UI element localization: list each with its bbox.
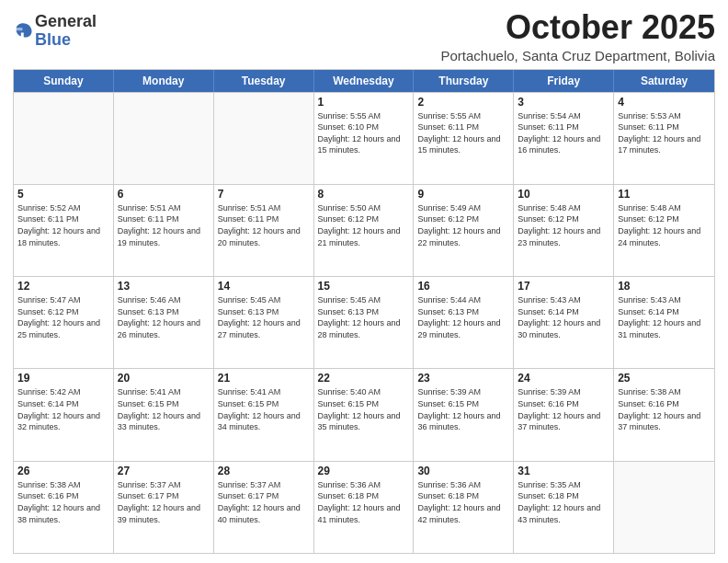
calendar-cell-2-1: 13Sunrise: 5:46 AM Sunset: 6:13 PM Dayli… (114, 277, 214, 368)
calendar-cell-4-6 (614, 462, 714, 553)
day-number: 16 (417, 280, 509, 293)
day-number: 7 (218, 188, 310, 201)
day-number: 29 (318, 465, 410, 477)
day-number: 1 (318, 96, 410, 109)
day-info: Sunrise: 5:51 AM Sunset: 6:11 PM Dayligh… (218, 202, 310, 248)
day-info: Sunrise: 5:39 AM Sunset: 6:16 PM Dayligh… (518, 386, 609, 432)
day-number: 18 (618, 280, 711, 293)
day-info: Sunrise: 5:41 AM Sunset: 6:15 PM Dayligh… (218, 386, 310, 432)
calendar-cell-1-1: 6Sunrise: 5:51 AM Sunset: 6:11 PM Daylig… (114, 185, 214, 276)
calendar-cell-3-5: 24Sunrise: 5:39 AM Sunset: 6:16 PM Dayli… (514, 369, 614, 460)
calendar-cell-3-3: 22Sunrise: 5:40 AM Sunset: 6:15 PM Dayli… (314, 369, 415, 460)
day-info: Sunrise: 5:35 AM Sunset: 6:18 PM Dayligh… (518, 479, 609, 525)
header-friday: Friday (514, 70, 614, 92)
header-thursday: Thursday (414, 70, 514, 92)
calendar-cell-3-6: 25Sunrise: 5:38 AM Sunset: 6:16 PM Dayli… (614, 369, 714, 460)
header-tuesday: Tuesday (214, 70, 314, 92)
day-number: 27 (118, 465, 210, 477)
day-info: Sunrise: 5:39 AM Sunset: 6:15 PM Dayligh… (417, 386, 509, 432)
day-number: 25 (618, 372, 711, 385)
day-number: 8 (318, 188, 410, 201)
day-number: 6 (118, 188, 210, 201)
calendar-row-1: 5Sunrise: 5:52 AM Sunset: 6:11 PM Daylig… (14, 184, 714, 276)
day-number: 17 (518, 280, 609, 293)
calendar-cell-2-6: 18Sunrise: 5:43 AM Sunset: 6:14 PM Dayli… (614, 277, 714, 368)
day-info: Sunrise: 5:36 AM Sunset: 6:18 PM Dayligh… (318, 479, 410, 525)
day-info: Sunrise: 5:45 AM Sunset: 6:13 PM Dayligh… (218, 294, 310, 340)
calendar-row-4: 26Sunrise: 5:38 AM Sunset: 6:16 PM Dayli… (14, 461, 714, 553)
day-info: Sunrise: 5:40 AM Sunset: 6:15 PM Dayligh… (318, 386, 410, 432)
calendar-cell-2-4: 16Sunrise: 5:44 AM Sunset: 6:13 PM Dayli… (414, 277, 514, 368)
calendar-header: Sunday Monday Tuesday Wednesday Thursday… (14, 70, 714, 92)
logo: General Blue (13, 13, 97, 50)
logo-icon (13, 21, 33, 41)
calendar-cell-0-6: 4Sunrise: 5:53 AM Sunset: 6:11 PM Daylig… (614, 93, 714, 184)
header-sunday: Sunday (14, 70, 114, 92)
day-info: Sunrise: 5:37 AM Sunset: 6:17 PM Dayligh… (218, 479, 310, 525)
day-info: Sunrise: 5:36 AM Sunset: 6:18 PM Dayligh… (417, 479, 509, 525)
day-info: Sunrise: 5:43 AM Sunset: 6:14 PM Dayligh… (618, 294, 711, 340)
calendar-row-0: 1Sunrise: 5:55 AM Sunset: 6:10 PM Daylig… (14, 92, 714, 184)
day-info: Sunrise: 5:45 AM Sunset: 6:13 PM Dayligh… (318, 294, 410, 340)
calendar-cell-1-4: 9Sunrise: 5:49 AM Sunset: 6:12 PM Daylig… (414, 185, 514, 276)
day-number: 12 (17, 280, 109, 293)
page: General Blue October 2025 Portachuelo, S… (0, 0, 728, 563)
day-info: Sunrise: 5:42 AM Sunset: 6:14 PM Dayligh… (17, 386, 109, 432)
calendar-cell-4-5: 31Sunrise: 5:35 AM Sunset: 6:18 PM Dayli… (514, 462, 614, 553)
calendar-body: 1Sunrise: 5:55 AM Sunset: 6:10 PM Daylig… (14, 92, 714, 553)
calendar-cell-4-0: 26Sunrise: 5:38 AM Sunset: 6:16 PM Dayli… (14, 462, 114, 553)
calendar-cell-1-5: 10Sunrise: 5:48 AM Sunset: 6:12 PM Dayli… (514, 185, 614, 276)
day-number: 13 (118, 280, 210, 293)
calendar-cell-1-0: 5Sunrise: 5:52 AM Sunset: 6:11 PM Daylig… (14, 185, 114, 276)
day-number: 24 (518, 372, 609, 385)
calendar-cell-3-1: 20Sunrise: 5:41 AM Sunset: 6:15 PM Dayli… (114, 369, 214, 460)
month-title: October 2025 (441, 9, 715, 46)
day-info: Sunrise: 5:38 AM Sunset: 6:16 PM Dayligh… (17, 479, 109, 525)
day-info: Sunrise: 5:38 AM Sunset: 6:16 PM Dayligh… (618, 386, 711, 432)
day-number: 3 (518, 96, 609, 109)
calendar-cell-3-4: 23Sunrise: 5:39 AM Sunset: 6:15 PM Dayli… (414, 369, 514, 460)
header-saturday: Saturday (614, 70, 714, 92)
day-info: Sunrise: 5:51 AM Sunset: 6:11 PM Dayligh… (118, 202, 210, 248)
day-info: Sunrise: 5:55 AM Sunset: 6:11 PM Dayligh… (417, 110, 509, 156)
day-number: 21 (218, 372, 310, 385)
calendar-cell-3-2: 21Sunrise: 5:41 AM Sunset: 6:15 PM Dayli… (214, 369, 314, 460)
day-number: 30 (417, 465, 509, 477)
day-info: Sunrise: 5:52 AM Sunset: 6:11 PM Dayligh… (17, 202, 109, 248)
day-number: 11 (618, 188, 711, 201)
day-number: 15 (318, 280, 410, 293)
day-number: 10 (518, 188, 609, 201)
calendar-cell-2-3: 15Sunrise: 5:45 AM Sunset: 6:13 PM Dayli… (314, 277, 415, 368)
calendar-cell-0-4: 2Sunrise: 5:55 AM Sunset: 6:11 PM Daylig… (414, 93, 514, 184)
calendar-row-2: 12Sunrise: 5:47 AM Sunset: 6:12 PM Dayli… (14, 276, 714, 368)
day-info: Sunrise: 5:37 AM Sunset: 6:17 PM Dayligh… (118, 479, 210, 525)
day-info: Sunrise: 5:41 AM Sunset: 6:15 PM Dayligh… (118, 386, 210, 432)
day-info: Sunrise: 5:50 AM Sunset: 6:12 PM Dayligh… (318, 202, 410, 248)
day-number: 22 (318, 372, 410, 385)
calendar-cell-0-2 (214, 93, 314, 184)
calendar-cell-0-3: 1Sunrise: 5:55 AM Sunset: 6:10 PM Daylig… (314, 93, 415, 184)
header-monday: Monday (114, 70, 214, 92)
calendar-cell-0-5: 3Sunrise: 5:54 AM Sunset: 6:11 PM Daylig… (514, 93, 614, 184)
calendar-cell-4-2: 28Sunrise: 5:37 AM Sunset: 6:17 PM Dayli… (214, 462, 314, 553)
calendar: Sunday Monday Tuesday Wednesday Thursday… (13, 69, 715, 554)
day-number: 14 (218, 280, 310, 293)
calendar-cell-1-3: 8Sunrise: 5:50 AM Sunset: 6:12 PM Daylig… (314, 185, 415, 276)
day-info: Sunrise: 5:48 AM Sunset: 6:12 PM Dayligh… (618, 202, 711, 248)
calendar-cell-1-6: 11Sunrise: 5:48 AM Sunset: 6:12 PM Dayli… (614, 185, 714, 276)
day-number: 9 (417, 188, 509, 201)
day-info: Sunrise: 5:44 AM Sunset: 6:13 PM Dayligh… (417, 294, 509, 340)
day-info: Sunrise: 5:53 AM Sunset: 6:11 PM Dayligh… (618, 110, 711, 156)
logo-text: General Blue (35, 13, 97, 50)
day-number: 23 (417, 372, 509, 385)
calendar-cell-2-2: 14Sunrise: 5:45 AM Sunset: 6:13 PM Dayli… (214, 277, 314, 368)
calendar-cell-0-1 (114, 93, 214, 184)
calendar-cell-0-0 (14, 93, 114, 184)
calendar-cell-2-0: 12Sunrise: 5:47 AM Sunset: 6:12 PM Dayli… (14, 277, 114, 368)
calendar-row-3: 19Sunrise: 5:42 AM Sunset: 6:14 PM Dayli… (14, 368, 714, 460)
header-wednesday: Wednesday (314, 70, 415, 92)
day-info: Sunrise: 5:46 AM Sunset: 6:13 PM Dayligh… (118, 294, 210, 340)
day-info: Sunrise: 5:54 AM Sunset: 6:11 PM Dayligh… (518, 110, 609, 156)
day-info: Sunrise: 5:48 AM Sunset: 6:12 PM Dayligh… (518, 202, 609, 248)
day-info: Sunrise: 5:49 AM Sunset: 6:12 PM Dayligh… (417, 202, 509, 248)
